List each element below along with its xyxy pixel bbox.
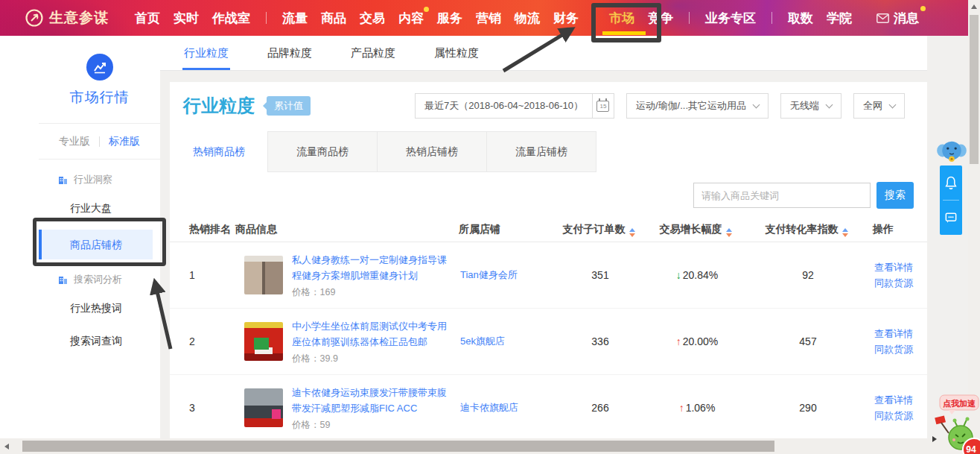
product-image[interactable] [244, 256, 283, 294]
calendar-button[interactable]: 15 [592, 93, 614, 119]
scroll-up-arrow[interactable] [971, 4, 977, 9]
nav-item-content[interactable]: 内容 [398, 0, 424, 36]
view-detail-link[interactable]: 查看详情 [874, 259, 927, 275]
nav-item-academy[interactable]: 学院 [827, 0, 852, 36]
tab-hot-shops[interactable]: 热销店铺榜 [377, 131, 487, 172]
notification-bell-button[interactable] [940, 165, 962, 200]
same-supply-link[interactable]: 同款货源 [874, 408, 927, 423]
tab-brand-granularity[interactable]: 品牌粒度 [266, 36, 314, 70]
nav-item-service[interactable]: 服务 [437, 0, 462, 36]
top-navigation: 生意参谋 首页 实时 作战室 流量 商品 交易 内容 服务 营销 物流 财务 市… [0, 0, 980, 36]
same-supply-link[interactable]: 同款货源 [874, 275, 927, 291]
chevron-down-icon [826, 101, 833, 108]
sort-toggle[interactable] [842, 228, 848, 237]
nav-item-messages[interactable]: 消息 [876, 0, 919, 36]
nav-item-war-room[interactable]: 作战室 [212, 0, 250, 36]
product-price: 价格：169 [292, 286, 453, 299]
product-title-link[interactable]: 私人健身教练一对一定制健身指导课程健身方案增肌增重健身计划 [292, 252, 453, 283]
elephant-mascot[interactable] [935, 137, 968, 163]
search-input[interactable] [693, 183, 871, 208]
nav-item-products[interactable]: 商品 [321, 0, 346, 36]
table-row: 2 中小学生坐位体前屈测试仪中考专用座位体前驱训练器体检正品包邮 价格：39.9… [170, 309, 927, 375]
nav-item-marketing[interactable]: 营销 [476, 0, 501, 36]
view-detail-link[interactable]: 查看详情 [874, 326, 927, 341]
vertical-scrollbar[interactable] [968, 0, 980, 438]
horizontal-scroll-thumb[interactable] [22, 441, 774, 452]
col-product-info: 商品信息 [235, 223, 451, 236]
tab-traffic-shops[interactable]: 流量店铺榜 [486, 131, 596, 172]
tab-hot-products[interactable]: 热销商品榜 [170, 131, 268, 172]
tab-standard-version[interactable]: 标准版 [109, 135, 140, 148]
scope-value: 全网 [863, 99, 882, 113]
chevron-down-icon [889, 101, 897, 108]
app-logo[interactable]: 生意参谋 [25, 8, 109, 28]
nav-divider [689, 12, 690, 24]
nav-item-trade[interactable]: 交易 [360, 0, 385, 36]
nav-item-market[interactable]: 市场 [609, 0, 634, 36]
scroll-left-arrow[interactable] [4, 444, 9, 450]
terminal-dropdown[interactable]: 无线端 [780, 93, 841, 119]
chevron-down-icon [753, 101, 760, 108]
sort-toggle[interactable] [726, 228, 732, 237]
sidebar-item-hot-search-words[interactable]: 行业热搜词 [39, 297, 160, 319]
nav-item-traffic[interactable]: 流量 [282, 0, 308, 36]
tab-attribute-granularity[interactable]: 属性粒度 [433, 36, 480, 70]
calendar-icon: 15 [596, 101, 609, 112]
category-dropdown[interactable]: 运动/瑜伽/...其它运动用品 [626, 93, 769, 119]
product-title-link[interactable]: 迪卡侬健身运动束腰发汗带腰带束腹带发汗减肥塑形减脂FIC ACC [292, 385, 453, 416]
growth-cell: ↓20.84% [642, 269, 752, 281]
rank-cell: 3 [170, 402, 235, 414]
feedback-chat-button[interactable] [940, 201, 962, 235]
sort-toggle[interactable] [629, 228, 635, 237]
category-value: 运动/瑜伽/...其它运动用品 [636, 99, 746, 113]
nav-item-label: 内容 [398, 10, 424, 27]
product-price: 价格：39.9 [292, 353, 453, 365]
horizontal-scrollbar[interactable] [0, 438, 968, 454]
tab-industry-granularity[interactable]: 行业粒度 [182, 36, 230, 70]
bell-icon [944, 174, 958, 191]
product-image[interactable] [244, 322, 283, 361]
shop-link[interactable]: 迪卡侬旗舰店 [460, 402, 518, 413]
same-supply-link[interactable]: 同款货源 [874, 341, 927, 357]
shop-link[interactable]: Tian健身会所 [460, 269, 518, 280]
shop-cell: 5ek旗舰店 [453, 335, 559, 348]
shop-cell: Tian健身会所 [453, 268, 559, 282]
tab-product-granularity[interactable]: 产品粒度 [349, 36, 397, 70]
nav-item-logistics[interactable]: 物流 [515, 0, 540, 36]
orders-cell: 336 [559, 335, 642, 347]
sidebar-item-search-word-query[interactable]: 搜索词查询 [39, 330, 160, 352]
growth-value: 20.00% [683, 335, 718, 347]
group-label: 行业洞察 [74, 173, 112, 186]
tab-traffic-products[interactable]: 流量商品榜 [267, 131, 378, 172]
product-cell: 迪卡侬健身运动束腰发汗带腰带束腹带发汗减肥塑形减脂FIC ACC 价格：59 [235, 385, 453, 432]
nav-item-home[interactable]: 首页 [135, 0, 160, 36]
nav-item-competition[interactable]: 竞争 [648, 0, 673, 36]
scope-dropdown[interactable]: 全网 [853, 93, 905, 119]
vertical-scroll-thumb[interactable] [970, 15, 979, 164]
collapse-handle [932, 436, 937, 442]
rank-cell: 1 [170, 269, 235, 281]
shop-link[interactable]: 5ek旗舰店 [460, 335, 505, 347]
product-image[interactable] [244, 388, 283, 427]
sidebar-item-product-shop-rank[interactable]: 商品店铺榜 [39, 230, 153, 259]
growth-direction-icon: ↑ [679, 402, 684, 414]
nav-item-realtime[interactable]: 实时 [174, 0, 199, 36]
search-button[interactable]: 搜索 [876, 182, 914, 209]
product-title-link[interactable]: 中小学生坐位体前屈测试仪中考专用座位体前驱训练器体检正品包邮 [292, 318, 453, 350]
actions-cell: 查看详情 同款货源 [864, 326, 927, 357]
growth-value: 1.06% [686, 402, 716, 414]
speedup-mascot-widget[interactable]: 点我加速 94 [931, 393, 980, 454]
shop-cell: 迪卡侬旗舰店 [453, 401, 559, 414]
title-row: 行业粒度 累计值 最近7天（2018-06-04~2018-06-10） 15 … [170, 82, 927, 121]
view-detail-link[interactable]: 查看详情 [874, 392, 927, 408]
nav-item-data-fetch[interactable]: 取数 [788, 0, 813, 36]
growth-direction-icon: ↑ [676, 335, 681, 347]
orders-cell: 351 [559, 269, 642, 281]
tab-pro-version[interactable]: 专业版 [59, 135, 90, 148]
product-cell: 私人健身教练一对一定制健身指导课程健身方案增肌增重健身计划 价格：169 [235, 252, 453, 299]
date-range-picker[interactable]: 最近7天（2018-06-04~2018-06-10） [415, 93, 593, 119]
col-rank: 热销排名 [170, 223, 235, 236]
sidebar-item-industry-overview[interactable]: 行业大盘 [39, 197, 160, 219]
nav-item-business-zone[interactable]: 业务专区 [705, 0, 756, 36]
nav-item-finance[interactable]: 财务 [553, 0, 579, 36]
